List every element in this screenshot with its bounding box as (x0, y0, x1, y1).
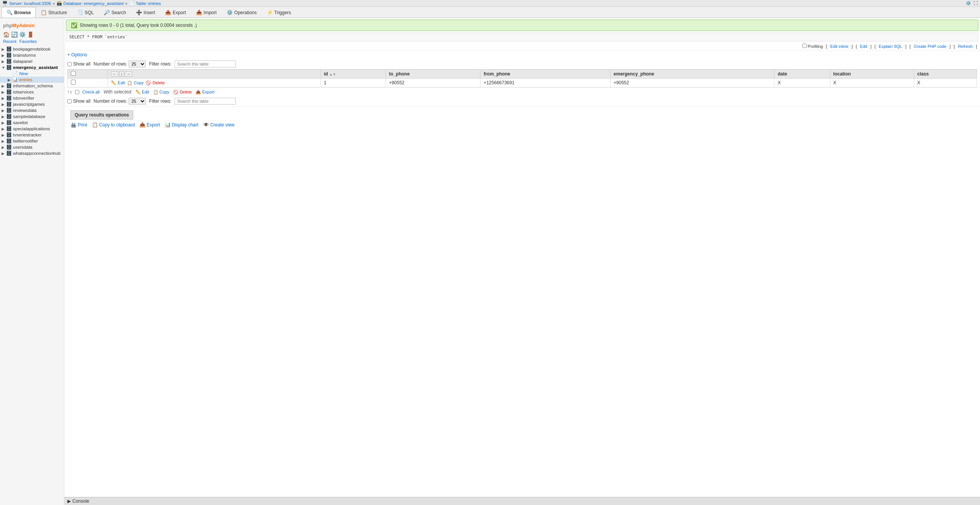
tab-triggers[interactable]: ⚡ Triggers (262, 7, 296, 18)
expand-icon: ▼ (2, 66, 6, 70)
sidebar-item-new[interactable]: 📄 New (0, 71, 64, 77)
col-date[interactable]: date (774, 70, 830, 79)
col-from-phone[interactable]: from_phone (480, 70, 610, 79)
delete-sel-icon: 🚫 (173, 90, 178, 94)
row-copy-link[interactable]: 📋 Copy (127, 80, 145, 85)
delete-selected-link[interactable]: 🚫 Delete (173, 90, 192, 95)
col-location[interactable]: location (830, 70, 914, 79)
table-icon: 📄 (129, 1, 134, 6)
edit-selected-link[interactable]: ✏️ Edit (136, 90, 149, 95)
export-link[interactable]: 📤 Export (139, 122, 160, 128)
sidebar-item-entries[interactable]: ▶ 📊 entries (0, 77, 64, 83)
qro-title-box[interactable]: Query results operations (70, 110, 133, 120)
expand-icon: ▶ (2, 53, 6, 57)
search-input-bottom[interactable] (175, 98, 236, 105)
check-all-link[interactable]: Check all (82, 90, 100, 94)
sidebar-item-emergency-assistant[interactable]: ▼ 🗄️ emergency_assistant (0, 64, 64, 71)
sidebar-item-brainstormx[interactable]: ▶ 🗄️ brainstormx (0, 52, 64, 58)
show-all-checkbox-bottom[interactable] (67, 99, 72, 103)
sidebar-item-isbnverifier[interactable]: ▶ 🗄️ isbnverifier (0, 95, 64, 101)
sidebar-item-savelist[interactable]: ▶ 🗄️ savelist (0, 120, 64, 126)
sidebar-item-information-schema[interactable]: ▶ 🗄️ information_schema (0, 83, 64, 89)
sidebar-item-usersdata[interactable]: ▶ 🗄️ usersdata (0, 144, 64, 150)
col-id[interactable]: id ▲▼ (321, 70, 386, 79)
tab-export[interactable]: 📤 Export (160, 7, 191, 18)
tab-browse[interactable]: 🔍 Browse (2, 7, 36, 18)
sidebar-item-twitternotifier[interactable]: ▶ 🗄️ twitternotifier (0, 138, 64, 144)
sidebar-item-sampledatabase[interactable]: ▶ 🗄️ sampledatabase (0, 113, 64, 120)
data-table-wrap: ← ↕ → id ▲▼ to_phone from_phone emergenc… (64, 69, 980, 87)
fullscreen-icon[interactable]: ⛶ (973, 1, 978, 6)
tab-insert[interactable]: ➕ Insert (131, 7, 160, 18)
copy-icon: 📋 (127, 80, 132, 85)
sidebar-item-specialapplications[interactable]: ▶ 🗄️ specialapplications (0, 126, 64, 132)
table-link[interactable]: Table: entries (136, 1, 161, 6)
expand-icon: ▶ (2, 145, 6, 149)
sidebar-item-iotservices[interactable]: ▶ 🗄️ iotservices (0, 89, 64, 95)
sidebar-item-javascriptgames[interactable]: ▶ 🗄️ javascriptgames (0, 101, 64, 107)
sidebar-item-bookpagenotebook[interactable]: ▶ 🗄️ bookpagenotebook (0, 46, 64, 52)
prefs-icon[interactable]: ⚙️ (19, 31, 26, 38)
tab-sql[interactable]: 🗒️ SQL (72, 7, 99, 18)
search-input-top[interactable] (175, 61, 236, 67)
explain-sql-link[interactable]: Explain SQL (879, 44, 902, 49)
database-link[interactable]: Database: emergency_assistant (64, 1, 124, 6)
export-selected-link[interactable]: 📤 Export (196, 90, 214, 95)
copy-clipboard-link[interactable]: 📋 Copy to clipboard (92, 122, 135, 128)
print-link[interactable]: 🖨️ Print (70, 122, 87, 128)
phpmyadmin-logo: phpMyAdmin (0, 20, 64, 31)
rows-select-bottom[interactable]: 25 50 100 (129, 98, 146, 105)
options-row: + Options (64, 51, 980, 59)
check-all-checkbox[interactable] (75, 90, 79, 94)
tab-search[interactable]: 🔎 Search (99, 7, 131, 18)
home-icon[interactable]: 🏠 (3, 31, 10, 38)
display-chart-link[interactable]: 📊 Display chart (165, 122, 198, 128)
layout: phpMyAdmin 🏠 🔄 ⚙️ 🚪 Recent Favorites ▶ 🗄… (0, 18, 980, 505)
tab-search-label: Search (111, 10, 126, 15)
tab-import[interactable]: 📥 Import (191, 7, 222, 18)
console-button[interactable]: ▶ Console (67, 498, 977, 504)
filter-rows-label-bottom: Filter rows: (149, 98, 172, 104)
sidebar-item-tvseriestracker[interactable]: ▶ 🗄️ tvseriestracker (0, 132, 64, 138)
show-all-checkbox[interactable] (67, 62, 72, 66)
sidebar-item-whatsappconnectionhub[interactable]: ▶ 🗄️ whatsappconnectionhub (0, 150, 64, 156)
create-view-link[interactable]: 👁️ Create view (203, 122, 234, 128)
show-all-label-bottom: Show all (67, 98, 90, 104)
copy-selected-link[interactable]: 📋 Copy (153, 90, 170, 95)
reload-icon[interactable]: 🔄 (11, 31, 18, 38)
sidebar-item-reviewsdata[interactable]: ▶ 🗄️ reviewsdata (0, 107, 64, 113)
row-checkbox[interactable] (71, 80, 76, 85)
table-name: entries (19, 77, 33, 82)
logout-icon[interactable]: 🚪 (27, 31, 34, 38)
sep: [ (954, 44, 955, 49)
favorites-link[interactable]: Favorites (20, 39, 37, 44)
cell-class: X (914, 79, 977, 87)
server-link[interactable]: Server: localhost:3306 (9, 1, 51, 6)
col-emergency-phone[interactable]: emergency_phone (610, 70, 774, 79)
db-icon: 🗄️ (6, 108, 12, 113)
sidebar-item-datapanel[interactable]: ▶ 🗄️ datapanel (0, 58, 64, 64)
settings-icon[interactable]: ⚙️ (966, 1, 971, 6)
select-all-checkbox[interactable] (71, 71, 76, 76)
options-link[interactable]: + Options (67, 52, 87, 57)
col-to-phone[interactable]: to_phone (386, 70, 480, 79)
nav-sort-icon[interactable]: ↕ (119, 71, 124, 77)
row-delete-link[interactable]: 🚫 Delete (145, 80, 165, 85)
tab-operations[interactable]: ⚙️ Operations (222, 7, 262, 18)
with-selected-label: With selected: (103, 89, 132, 95)
edit-inline-link[interactable]: Edit inline (830, 44, 849, 49)
nav-left-icon[interactable]: ← (111, 71, 118, 77)
row-edit-link[interactable]: ✏️ Edit (111, 80, 126, 85)
refresh-link[interactable]: Refresh (958, 44, 973, 49)
tab-structure[interactable]: 📋 Structure (36, 7, 72, 18)
new-label: New (19, 71, 28, 76)
create-php-link[interactable]: Create PHP code (914, 44, 946, 49)
nav-right-icon[interactable]: → (125, 71, 132, 77)
col-class[interactable]: class (914, 70, 977, 79)
bottom-panel[interactable]: ▶ Console (64, 497, 980, 505)
recent-link[interactable]: Recent (3, 39, 16, 44)
cell-location: X (830, 79, 914, 87)
edit-link[interactable]: Edit (860, 44, 867, 49)
rows-select-top[interactable]: 25 50 100 (129, 61, 146, 67)
profiling-checkbox[interactable] (802, 44, 807, 48)
